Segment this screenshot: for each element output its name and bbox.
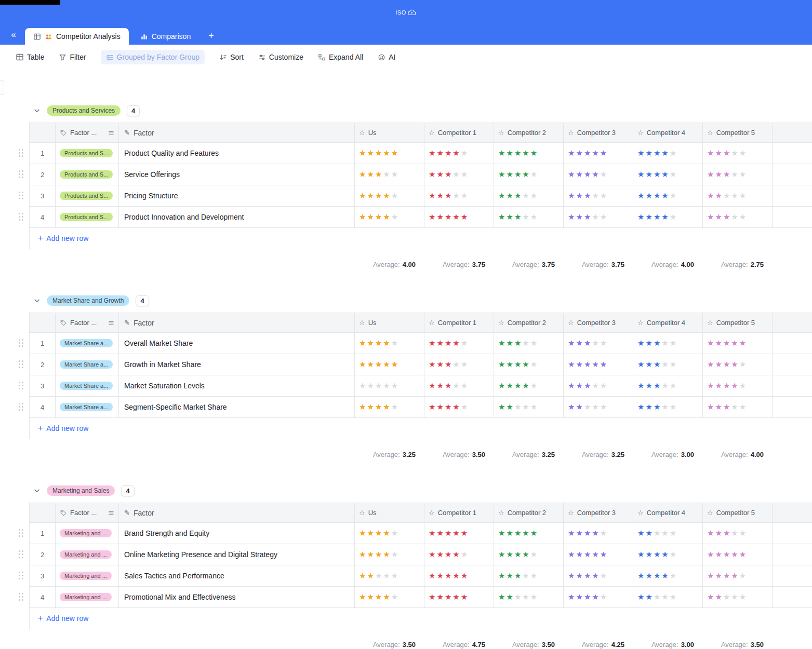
column-header-factor-group[interactable]: Factor ... xyxy=(56,503,119,522)
rating-cell[interactable]: ★★★★★ xyxy=(564,185,633,206)
factor-cell[interactable]: Promotional Mix and Effectiveness xyxy=(119,587,355,607)
rating-cell[interactable]: ★★★★★ xyxy=(494,185,564,206)
factor-cell[interactable]: Brand Strength and Equity xyxy=(119,523,355,544)
drag-handle-icon[interactable] xyxy=(19,192,24,200)
collapse-group-button[interactable] xyxy=(33,107,41,114)
rating-cell[interactable]: ★★★★★ xyxy=(703,523,773,544)
sidebar-collapsed-handle[interactable] xyxy=(0,80,4,95)
collapse-sidebar-button[interactable]: « xyxy=(6,27,21,43)
factor-group-cell[interactable]: Products and S... xyxy=(56,164,119,185)
drag-handle-icon[interactable] xyxy=(19,550,24,559)
factor-group-cell[interactable]: Marketing and ... xyxy=(56,523,119,544)
column-header-rating-2[interactable]: ☆Competitor 2 xyxy=(494,123,564,142)
rating-cell[interactable]: ★★★★★ xyxy=(633,397,703,417)
rating-cell[interactable]: ★★★★★ xyxy=(424,164,494,185)
rating-cell[interactable]: ★★★★★ xyxy=(564,354,633,375)
factor-cell[interactable]: Growth in Market Share xyxy=(119,354,355,375)
rating-cell[interactable]: ★★★★★ xyxy=(703,354,773,375)
rating-cell[interactable]: ★★★★★ xyxy=(564,375,633,396)
rating-cell[interactable]: ★★★★★ xyxy=(633,143,703,164)
column-header-rating-5[interactable]: ☆Competitor 5 xyxy=(703,123,773,142)
rating-cell[interactable]: ★★★★★ xyxy=(355,587,424,607)
rating-cell[interactable]: ★★★★★ xyxy=(355,375,424,396)
drag-handle-icon[interactable] xyxy=(19,360,24,369)
rating-cell[interactable]: ★★★★★ xyxy=(633,207,703,227)
rating-cell[interactable]: ★★★★★ xyxy=(424,185,494,206)
factor-cell[interactable]: Segment-Specific Market Share xyxy=(119,397,355,417)
factor-cell[interactable]: Product Innovation and Development xyxy=(119,207,355,227)
rating-cell[interactable]: ★★★★★ xyxy=(424,397,494,417)
drag-handle-icon[interactable] xyxy=(19,339,24,347)
rating-cell[interactable]: ★★★★★ xyxy=(424,354,494,375)
rating-cell[interactable]: ★★★★★ xyxy=(633,333,703,354)
rating-cell[interactable]: ★★★★★ xyxy=(703,375,773,396)
factor-group-cell[interactable]: Market Share a... xyxy=(56,375,119,396)
factor-group-cell[interactable]: Products and S... xyxy=(56,185,119,206)
rating-cell[interactable]: ★★★★★ xyxy=(633,523,703,544)
factor-cell[interactable]: Pricing Structure xyxy=(119,185,355,206)
add-new-row-button[interactable]: +Add new row xyxy=(30,608,812,629)
collapse-group-button[interactable] xyxy=(33,487,41,494)
column-header-rating-1[interactable]: ☆Competitor 1 xyxy=(424,503,494,522)
factor-cell[interactable]: Sales Tactics and Performance xyxy=(119,565,355,586)
rating-cell[interactable]: ★★★★★ xyxy=(355,544,424,565)
rating-cell[interactable]: ★★★★★ xyxy=(355,565,424,586)
rating-cell[interactable]: ★★★★★ xyxy=(633,544,703,565)
factor-group-cell[interactable]: Market Share a... xyxy=(56,354,119,375)
rating-cell[interactable]: ★★★★★ xyxy=(424,207,494,227)
column-header-factor[interactable]: ✎Factor xyxy=(119,313,355,332)
rating-cell[interactable]: ★★★★★ xyxy=(703,565,773,586)
rating-cell[interactable]: ★★★★★ xyxy=(355,143,424,164)
rating-cell[interactable]: ★★★★★ xyxy=(564,207,633,227)
factor-cell[interactable]: Overall Market Share xyxy=(119,333,355,354)
rating-cell[interactable]: ★★★★★ xyxy=(494,333,564,354)
rating-cell[interactable]: ★★★★★ xyxy=(564,143,633,164)
rating-cell[interactable]: ★★★★★ xyxy=(703,333,773,354)
factor-group-cell[interactable]: Marketing and ... xyxy=(56,565,119,586)
rating-cell[interactable]: ★★★★★ xyxy=(564,397,633,417)
rating-cell[interactable]: ★★★★★ xyxy=(424,375,494,396)
rating-cell[interactable]: ★★★★★ xyxy=(564,587,633,607)
collapse-group-button[interactable] xyxy=(33,297,41,304)
factor-group-cell[interactable]: Marketing and ... xyxy=(56,587,119,607)
rating-cell[interactable]: ★★★★★ xyxy=(633,587,703,607)
rating-cell[interactable]: ★★★★★ xyxy=(494,397,564,417)
rating-cell[interactable]: ★★★★★ xyxy=(633,164,703,185)
column-header-rating-4[interactable]: ☆Competitor 4 xyxy=(633,503,703,522)
rating-cell[interactable]: ★★★★★ xyxy=(494,354,564,375)
drag-handle-icon[interactable] xyxy=(19,593,24,601)
rating-cell[interactable]: ★★★★★ xyxy=(703,164,773,185)
rating-cell[interactable]: ★★★★★ xyxy=(703,143,773,164)
toolbar-filter-button[interactable]: Filter xyxy=(59,53,86,61)
rating-cell[interactable]: ★★★★★ xyxy=(355,397,424,417)
rating-cell[interactable]: ★★★★★ xyxy=(494,544,564,565)
tab-competitor-analysis[interactable]: Competitor Analysis xyxy=(25,28,129,45)
rating-cell[interactable]: ★★★★★ xyxy=(494,587,564,607)
column-header-rating-1[interactable]: ☆Competitor 1 xyxy=(424,123,494,142)
rating-cell[interactable]: ★★★★★ xyxy=(564,523,633,544)
column-header-rating-0[interactable]: ☆Us xyxy=(355,503,424,522)
rating-cell[interactable]: ★★★★★ xyxy=(494,207,564,227)
rating-cell[interactable]: ★★★★★ xyxy=(494,375,564,396)
rating-cell[interactable]: ★★★★★ xyxy=(424,333,494,354)
drag-handle-icon[interactable] xyxy=(19,382,24,390)
factor-group-cell[interactable]: Products and S... xyxy=(56,207,119,227)
column-header-rating-1[interactable]: ☆Competitor 1 xyxy=(424,313,494,332)
toolbar-table-button[interactable]: Table xyxy=(16,53,44,61)
tab-comparison[interactable]: Comparison xyxy=(132,28,199,45)
column-header-factor[interactable]: ✎Factor xyxy=(119,123,355,142)
rating-cell[interactable]: ★★★★★ xyxy=(633,354,703,375)
rating-cell[interactable]: ★★★★★ xyxy=(564,164,633,185)
add-new-row-button[interactable]: +Add new row xyxy=(30,418,812,439)
column-header-factor[interactable]: ✎Factor xyxy=(119,503,355,522)
factor-group-cell[interactable]: Products and S... xyxy=(56,143,119,164)
column-header-rating-2[interactable]: ☆Competitor 2 xyxy=(494,313,564,332)
column-header-rating-4[interactable]: ☆Competitor 4 xyxy=(633,313,703,332)
drag-handle-icon[interactable] xyxy=(19,529,24,537)
drag-handle-icon[interactable] xyxy=(19,572,24,580)
factor-cell[interactable]: Market Saturation Levels xyxy=(119,375,355,396)
rating-cell[interactable]: ★★★★★ xyxy=(633,565,703,586)
rating-cell[interactable]: ★★★★★ xyxy=(494,143,564,164)
drag-handle-icon[interactable] xyxy=(19,170,24,179)
column-header-rating-2[interactable]: ☆Competitor 2 xyxy=(494,503,564,522)
